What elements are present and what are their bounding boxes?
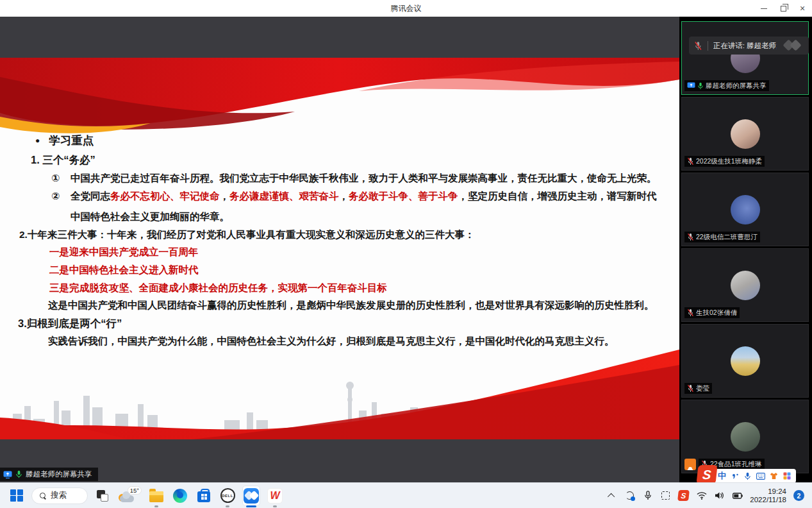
task-view-button[interactable] [94,486,112,506]
participant-label: 生技02张倩倩 [684,307,740,318]
slide-item1: ①中国共产党已走过百年奋斗历程。我们党立志于中华民族千秋伟业，致力于人类和平与发… [51,172,657,185]
dell-icon: DELL [220,488,235,503]
start-button[interactable] [8,486,26,506]
volume-button[interactable] [714,490,725,501]
slide-heading: ●学习重点 [35,134,94,147]
sogou-icon: S [677,490,690,501]
dell-app-button[interactable]: DELL [219,486,236,506]
sogou-tray-button[interactable]: S [678,490,689,501]
restore-button[interactable] [774,0,793,17]
avatar [731,422,760,452]
sync-icon [626,491,634,500]
speaking-banner-text: 正在讲话: 滕超老师; [713,41,777,51]
participant-label: 22级电信二班曹思汀 [684,232,760,242]
mic-icon[interactable] [743,471,752,481]
participant-tile[interactable]: 娄莹 [681,324,809,398]
bullet-icon: ● [35,136,40,145]
mic-on-icon [15,470,22,478]
participant-label: 2022级生技1班梅静柔 [684,156,765,167]
ime-toolbar: S 中 [699,469,796,483]
participant-tile[interactable]: 2022级生技1班梅静柔 [681,97,809,171]
slide-point2-lead: 2.十年来三件大事：十年来，我们经历了对党和人民事业具有重大现实意义和深远历史意… [19,228,474,241]
sogou-logo[interactable]: S [696,465,717,484]
mic-muted-icon [687,233,694,241]
slide-point2-summary: 这是中国共产党和中国人民团结奋斗赢得的历史性胜利，是彪炳中华民族发展史册的历史性… [48,299,654,312]
file-explorer-button[interactable] [147,486,165,506]
chevron-up-icon [608,493,615,500]
search-icon [40,493,46,499]
avatar [731,271,760,300]
store-icon [197,491,210,502]
presentation-slide: ●学习重点 1. 三个“务必” ①中国共产党已走过百年奋斗历程。我们党立志于中华… [0,58,679,439]
snip-tray-button[interactable] [660,490,671,501]
sync-tray-button[interactable] [624,490,635,501]
participant-tile-host[interactable]: 22食品1班孔维琳 [681,400,809,473]
tencent-meeting-button[interactable] [242,486,260,506]
store-button[interactable] [195,486,213,506]
avatar [731,195,760,224]
participant-tile-teacher-share[interactable]: 滕超老师的屏幕共享 [681,21,809,95]
close-button[interactable]: × [793,0,812,17]
wps-icon: W [267,488,283,504]
mic-on-icon [697,82,704,90]
mic-icon [644,491,652,500]
banner-divider [708,41,708,51]
windows-start-icon [10,489,23,502]
slide-item2-line2: 中国特色社会主义更加绚丽的华章。 [70,210,229,223]
wps-button[interactable]: W [266,486,284,506]
battery-icon [733,493,743,499]
system-tray: S 19:24 2022/11/18 2 [606,487,804,504]
tencent-meeting-icon [244,488,259,504]
meeting-main: ●学习重点 1. 三个“务必” ①中国共产党已走过百年奋斗历程。我们党立志于中华… [0,17,812,482]
speaking-banner: 正在讲话: 滕超老师; [689,37,809,55]
screen: 腾讯会议 × [0,0,812,508]
screen-share-icon [687,82,695,89]
taskbar-search[interactable]: 搜索 [31,487,88,504]
notification-badge[interactable]: 2 [793,490,804,501]
taskbar: 搜索 15° DELL W S [0,482,812,508]
meeting-logo-icon [782,39,804,52]
folder-icon [149,491,163,502]
mic-muted-icon [687,384,694,393]
punctuation-icon[interactable] [731,471,739,481]
window-titlebar: 腾讯会议 × [0,0,812,17]
slide-point1-title: 1. 三个“务必” [31,153,95,166]
wifi-button[interactable] [696,490,707,501]
window-controls: × [754,0,812,17]
mic-muted-icon [687,157,694,165]
search-label: 搜索 [51,490,67,501]
skin-icon[interactable] [770,471,778,481]
chinese-mode-icon[interactable]: 中 [718,471,726,481]
avatar [731,119,760,149]
weather-widget[interactable]: 15° [117,486,142,506]
mic-muted-icon [694,41,702,51]
sharing-status-badge: 滕超老师的屏幕共享 [0,468,98,481]
weather-icon: 15° [117,486,142,505]
tray-expand-button[interactable] [606,490,617,501]
tray-time: 19:24 [750,487,786,496]
edge-button[interactable] [171,486,189,506]
slide-point2-red-1: 一是迎来中国共产党成立一百周年 [49,246,199,258]
mic-tray-button[interactable] [642,490,653,501]
minimize-icon [761,8,767,9]
participant-tile[interactable]: 22级电信二班曹思汀 [681,173,809,246]
snip-icon [661,491,670,500]
toolbox-icon[interactable] [783,471,791,481]
slide-point3-title: 3.归根到底是两个“行” [18,317,122,330]
close-icon: × [800,4,805,13]
wifi-icon [697,491,707,500]
slide-point3-text: 实践告诉我们，中国共产党为什么能，中国特色社会主义为什么好，归根到底是马克思主义… [48,335,615,348]
sharing-status-label: 滕超老师的屏幕共享 [26,470,92,479]
participant-tile[interactable]: 生技02张倩倩 [681,248,809,322]
mic-muted-icon [687,309,694,317]
slide-point2-red-2: 二是中国特色社会主义进入新时代 [49,264,199,276]
minimize-button[interactable] [754,0,774,17]
participant-label: 娄莹 [684,383,712,394]
battery-button[interactable] [732,490,743,501]
edge-icon [173,489,187,503]
slide-point2-red-3: 三是完成脱贫攻坚、全面建成小康社会的历史任务，实现第一个百年奋斗目标 [49,282,387,294]
screen-share-icon [3,471,12,478]
keyboard-icon[interactable] [756,471,765,481]
avatar [731,346,760,376]
tray-clock[interactable]: 19:24 2022/11/18 [750,487,786,504]
